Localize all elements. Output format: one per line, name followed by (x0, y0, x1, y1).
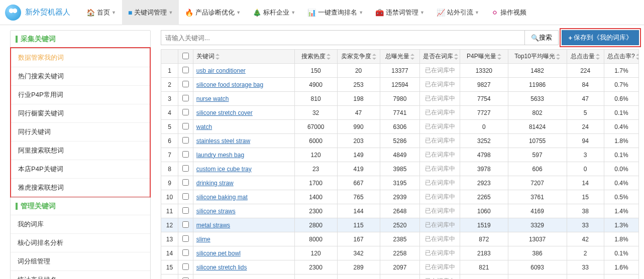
plus-icon: + (568, 34, 572, 42)
search-icon: 🔍 (531, 34, 539, 42)
sidebar-item[interactable]: 行业P4P常用词 (11, 85, 150, 104)
table-row: 16knife sharpener29007542050已在词库中1140496… (161, 274, 639, 280)
column-header[interactable]: 搜索热度 (294, 50, 337, 64)
keyword-link[interactable]: nurse watch (196, 95, 229, 102)
chevron-down-icon: ▼ (420, 10, 424, 15)
table-row: 9drinking straw17006673195已在词库中292372071… (161, 176, 639, 190)
select-all-checkbox[interactable] (182, 53, 189, 59)
sidebar-item[interactable]: 热门搜索关键词 (11, 67, 150, 85)
row-checkbox[interactable] (182, 193, 189, 200)
robot-icon (5, 5, 21, 21)
row-checkbox[interactable] (182, 263, 189, 270)
row-checkbox[interactable] (182, 165, 189, 172)
top-nav: 新外贸机器人 🏠首页▼■关键词管理▼🔥产品诊断优化▼🎄标杆企业▼📊一键查询排名▼… (0, 0, 644, 25)
nav-item-6[interactable]: 📈站外引流▼ (431, 0, 485, 25)
row-checkbox[interactable] (182, 123, 189, 129)
nav-icon: 🎄 (253, 9, 261, 17)
table-row: 5watch670009906306已在词库中081424240.4% (161, 120, 639, 134)
nav-item-5[interactable]: 🧰违禁词管理▼ (369, 0, 431, 25)
keyword-link[interactable]: custom ice cube tray (196, 166, 252, 173)
chevron-down-icon: ▼ (236, 10, 241, 15)
column-header[interactable]: 总曝光量 (380, 50, 420, 64)
row-checkbox[interactable] (182, 109, 189, 115)
row-checkbox[interactable] (182, 95, 189, 101)
sidebar-item[interactable]: 统计产品排名 (11, 270, 150, 279)
keyword-link[interactable]: watch (196, 123, 212, 130)
keyword-link[interactable]: stainless steel straw (196, 137, 250, 145)
save-to-library-button[interactable]: +保存到《我的词库》 (562, 30, 639, 45)
row-checkbox[interactable] (182, 151, 189, 158)
sidebar: 采集关键词 数据管家我的词热门搜索关键词行业P4P常用词同行橱窗关键词同行关键词… (5, 25, 156, 279)
keyword-link[interactable]: silicone food storage bag (196, 81, 263, 88)
sidebar-item[interactable]: 阿里搜索联想词 (11, 141, 150, 160)
nav-item-2[interactable]: 🔥产品诊断优化▼ (179, 0, 247, 25)
nav-item-3[interactable]: 🎄标杆企业▼ (247, 0, 301, 25)
sidebar-item[interactable]: 雅虎搜索联想词 (11, 178, 150, 197)
column-header[interactable]: P4P曝光量 (460, 50, 508, 64)
row-checkbox[interactable] (182, 81, 189, 87)
row-checkbox[interactable] (182, 235, 189, 242)
keyword-link[interactable]: drinking straw (196, 180, 234, 187)
keyword-link[interactable]: metal straws (196, 222, 230, 229)
brand-logo: 新外贸机器人 (5, 5, 70, 21)
sidebar-item[interactable]: 词分组管理 (11, 252, 150, 270)
nav-icon: ⭘ (491, 9, 498, 17)
sort-icon (497, 54, 501, 59)
sort-icon (327, 54, 331, 59)
keyword-link[interactable]: slime (196, 236, 210, 243)
keyword-link[interactable]: silicone pet bowl (196, 250, 241, 257)
keyword-link[interactable]: silicone stretch cover (196, 109, 253, 116)
table-row: 6stainless steel straw60002035286已在词库中32… (161, 134, 639, 148)
sidebar-item[interactable]: 数据管家我的词 (11, 48, 150, 67)
main-content: 🔍搜索 +保存到《我的词库》 关键词搜索热度卖家竞争度总曝光量是否在词库P4P曝… (156, 25, 644, 279)
sidebar-group-title: 采集关键词 (11, 31, 150, 48)
nav-item-7[interactable]: ⭘操作视频 (485, 0, 532, 25)
sidebar-item[interactable]: 同行关键词 (11, 122, 150, 141)
column-header[interactable]: 总点击率? (604, 50, 638, 64)
sidebar-item[interactable]: 核心词排名分析 (11, 233, 150, 252)
table-row: 3nurse watch8101987980已在词库中77545633470.6… (161, 92, 639, 106)
table-row: 13slime80001672385已在词库中87213037421.8% (161, 232, 639, 246)
nav-icon: 📈 (437, 9, 445, 17)
search-bar: 🔍搜索 +保存到《我的词库》 (161, 30, 639, 45)
row-checkbox[interactable] (182, 221, 189, 228)
search-button[interactable]: 🔍搜索 (524, 30, 559, 45)
nav-icon: ■ (128, 9, 132, 17)
keyword-link[interactable]: silicone stretch lids (196, 264, 247, 271)
row-checkbox[interactable] (182, 137, 189, 144)
table-row: 10silicone baking mat14007652939已在词库中226… (161, 190, 639, 204)
row-checkbox[interactable] (182, 179, 189, 186)
row-checkbox[interactable] (182, 249, 189, 256)
nav-item-0[interactable]: 🏠首页▼ (80, 0, 122, 25)
sort-icon (410, 54, 414, 59)
table-row: 15silicone stretch lids23002892097已在词库中8… (161, 260, 639, 274)
column-header[interactable]: 卖家竞争度 (337, 50, 380, 64)
search-input[interactable] (161, 30, 525, 45)
column-header[interactable]: 关键词 (193, 50, 294, 64)
keyword-link[interactable]: usb air conditioner (196, 67, 246, 74)
sort-icon (454, 54, 458, 59)
keyword-link[interactable]: silicone straws (196, 208, 236, 215)
sidebar-group-manage: 管理关键词 我的词库核心词排名分析词分组管理统计产品排名产品标题库 (10, 197, 151, 279)
chevron-down-icon: ▼ (291, 10, 295, 15)
sidebar-item[interactable]: 同行橱窗关键词 (11, 104, 150, 122)
row-checkbox[interactable] (182, 277, 189, 280)
nav-item-4[interactable]: 📊一键查询排名▼ (301, 0, 369, 25)
nav-item-1[interactable]: ■关键词管理▼ (122, 0, 179, 25)
table-row: 8custom ice cube tray234193985已在词库中39786… (161, 162, 639, 176)
nav-icon: 📊 (307, 9, 316, 17)
nav-icon: 🏠 (86, 9, 95, 17)
column-header[interactable]: 总点击量 (567, 50, 604, 64)
keyword-link[interactable]: silicone baking mat (196, 194, 248, 201)
table-row: 1usb air conditioner1502013377已在词库中13320… (161, 64, 639, 78)
chevron-down-icon: ▼ (112, 10, 116, 15)
sidebar-item[interactable]: 我的词库 (11, 215, 150, 233)
column-header[interactable]: Top10平均曝光 (508, 50, 567, 64)
row-checkbox[interactable] (182, 67, 189, 73)
sidebar-item[interactable]: 本店P4P关键词 (11, 160, 150, 178)
keyword-link[interactable]: laundry mesh bag (196, 152, 244, 159)
table-row: 7laundry mesh bag1201494849已在词库中47985973… (161, 148, 639, 162)
column-header[interactable]: 是否在词库 (420, 50, 460, 64)
row-checkbox[interactable] (182, 207, 189, 214)
chevron-down-icon: ▼ (359, 10, 363, 15)
